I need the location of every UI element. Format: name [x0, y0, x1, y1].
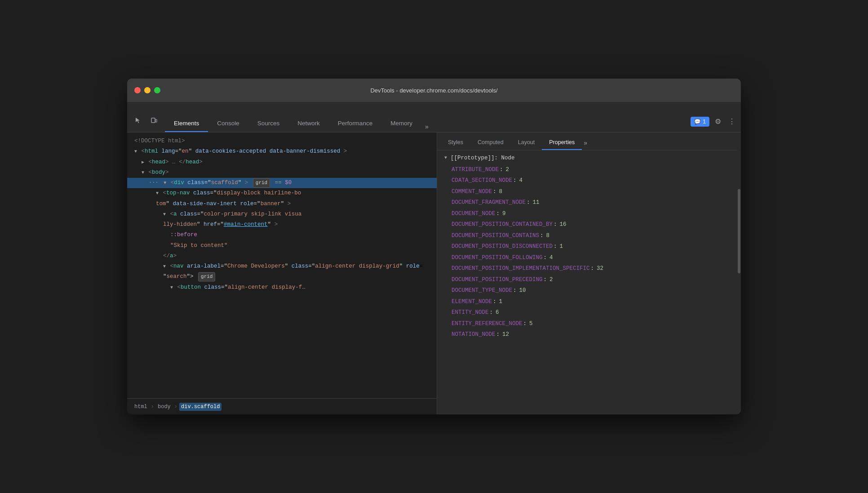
- expand-arrow[interactable]: ▼: [142, 170, 144, 175]
- expand-arrow[interactable]: ▼: [134, 149, 137, 154]
- dom-line-top-nav[interactable]: ▼ <top-nav class="display-block hairline…: [127, 188, 437, 198]
- svg-rect-0: [151, 118, 155, 123]
- tab-bar-right: 💬 1 ⚙ ⋮: [691, 115, 737, 132]
- device-toggle-icon[interactable]: [147, 113, 161, 128]
- tab-styles[interactable]: Styles: [441, 136, 470, 150]
- dom-line-skip-text[interactable]: "Skip to content": [127, 241, 437, 251]
- dom-panel: <!DOCTYPE html> ▼ <html lang="en" data-c…: [127, 132, 437, 414]
- dom-line-a-cont[interactable]: lly-hidden" href="#main-content" >: [127, 220, 437, 230]
- select-element-icon[interactable]: [131, 113, 145, 128]
- dom-line-html[interactable]: ▼ <html lang="en" data-cookies-accepted …: [127, 146, 437, 157]
- prop-attribute-node[interactable]: ATTRIBUTE_NODE : 2: [437, 164, 741, 176]
- dom-line-nav-cont[interactable]: "search"> grid: [127, 272, 437, 282]
- tab-layout[interactable]: Layout: [511, 136, 542, 150]
- prop-doc-node[interactable]: DOCUMENT_NODE : 9: [437, 208, 741, 220]
- prop-doc-pos-disconnected[interactable]: DOCUMENT_POSITION_DISCONNECTED : 1: [437, 241, 741, 252]
- prop-element-node[interactable]: ELEMENT_NODE : 1: [437, 296, 741, 308]
- dots-btn[interactable]: ···: [149, 180, 159, 186]
- dom-line-body[interactable]: ▼ <body>: [127, 167, 437, 178]
- main-content: <!DOCTYPE html> ▼ <html lang="en" data-c…: [127, 132, 741, 414]
- notification-count: 1: [703, 119, 706, 125]
- prop-cdata-section-node[interactable]: CDATA_SECTION_NODE : 4: [437, 175, 741, 186]
- breadcrumb-scaffold[interactable]: div.scaffold: [179, 403, 221, 411]
- expand-arrow[interactable]: ▼: [170, 285, 173, 290]
- prop-doc-pos-contains[interactable]: DOCUMENT_POSITION_CONTAINS : 8: [437, 230, 741, 242]
- settings-icon[interactable]: ⚙: [713, 115, 723, 128]
- expand-arrow[interactable]: ▼: [156, 191, 159, 196]
- more-tabs-button[interactable]: »: [421, 121, 432, 132]
- tab-properties[interactable]: Properties: [542, 136, 582, 150]
- svg-rect-1: [155, 119, 157, 122]
- tab-network[interactable]: Network: [288, 115, 329, 132]
- dom-line-scaffold[interactable]: ··· ▼ <div class="scaffold" > grid == $0: [127, 178, 437, 188]
- dom-line-a[interactable]: ▼ <a class="color-primary skip-link visu…: [127, 209, 437, 220]
- proto-label: [[Prototype]]: Node: [451, 153, 515, 163]
- grid-badge-2[interactable]: grid: [198, 272, 215, 282]
- tab-computed[interactable]: Computed: [470, 136, 511, 150]
- close-button[interactable]: [134, 87, 141, 93]
- grid-badge[interactable]: grid: [253, 178, 270, 188]
- dom-tree[interactable]: <!DOCTYPE html> ▼ <html lang="en" data-c…: [127, 132, 437, 398]
- notification-button[interactable]: 💬 1: [691, 117, 709, 127]
- dom-line-button[interactable]: ▼ <button class="align-center display-f…: [127, 282, 437, 293]
- prop-entity-ref-node[interactable]: ENTITY_REFERENCE_NODE : 5: [437, 318, 741, 330]
- prop-doc-pos-impl[interactable]: DOCUMENT_POSITION_IMPLEMENTATION_SPECIFI…: [437, 263, 741, 274]
- expand-arrow[interactable]: ▶: [142, 160, 144, 165]
- notification-icon: 💬: [694, 119, 701, 125]
- tab-performance[interactable]: Performance: [329, 115, 381, 132]
- tab-elements[interactable]: Elements: [165, 115, 208, 132]
- breadcrumb-html[interactable]: html: [133, 403, 149, 411]
- tab-bar: Elements Console Sources Network Perform…: [127, 102, 741, 132]
- dom-line-doctype[interactable]: <!DOCTYPE html>: [127, 136, 437, 146]
- panel-tabs: Styles Computed Layout Properties »: [437, 132, 741, 150]
- prop-notation-node[interactable]: NOTATION_NODE : 12: [437, 329, 741, 340]
- tab-memory[interactable]: Memory: [381, 115, 421, 132]
- expand-arrow[interactable]: ▼: [164, 180, 166, 185]
- prop-entity-node[interactable]: ENTITY_NODE : 6: [437, 307, 741, 318]
- dom-line-head[interactable]: ▶ <head> … </head>: [127, 157, 437, 167]
- devtools-window: DevTools - developer.chrome.com/docs/dev…: [127, 79, 741, 414]
- scrollbar-thumb[interactable]: [738, 189, 740, 273]
- prop-doc-type-node[interactable]: DOCUMENT_TYPE_NODE : 10: [437, 285, 741, 296]
- tab-console[interactable]: Console: [208, 115, 248, 132]
- dom-line-nav[interactable]: ▼ <nav aria-label="Chrome Developers" cl…: [127, 261, 437, 272]
- minimize-button[interactable]: [144, 87, 151, 93]
- right-panel: Styles Computed Layout Properties » ▼ [[…: [437, 132, 741, 414]
- prop-doc-pos-contained[interactable]: DOCUMENT_POSITION_CONTAINED_BY : 16: [437, 219, 741, 230]
- proto-section: ▼ [[Prototype]]: Node: [437, 152, 741, 164]
- prop-comment-node[interactable]: COMMENT_NODE : 8: [437, 186, 741, 198]
- properties-content[interactable]: ▼ [[Prototype]]: Node ATTRIBUTE_NODE : 2…: [437, 150, 741, 414]
- expand-arrow[interactable]: ▼: [163, 264, 166, 269]
- tool-icons: [131, 113, 161, 132]
- title-bar: DevTools - developer.chrome.com/docs/dev…: [127, 79, 741, 102]
- dom-line-a-close[interactable]: </a>: [127, 251, 437, 261]
- window-title: DevTools - developer.chrome.com/docs/dev…: [370, 87, 497, 94]
- dom-line-before[interactable]: ::before: [127, 230, 437, 240]
- breadcrumb-bar: html › body › div.scaffold: [127, 398, 437, 414]
- breadcrumb-body[interactable]: body: [156, 403, 173, 411]
- more-menu-icon[interactable]: ⋮: [726, 115, 737, 128]
- dom-line-top-nav-cont[interactable]: tom" data-side-nav-inert role="banner" >: [127, 199, 437, 209]
- tab-sources[interactable]: Sources: [248, 115, 289, 132]
- traffic-lights: [134, 87, 160, 93]
- prop-doc-pos-preceding[interactable]: DOCUMENT_POSITION_PRECEDING : 2: [437, 274, 741, 286]
- maximize-button[interactable]: [154, 87, 160, 93]
- more-panel-tabs[interactable]: »: [582, 136, 589, 150]
- expand-arrow[interactable]: ▼: [163, 212, 166, 217]
- section-arrow[interactable]: ▼: [444, 154, 447, 162]
- prop-doc-frag-node[interactable]: DOCUMENT_FRAGMENT_NODE : 11: [437, 197, 741, 208]
- scrollbar-track[interactable]: [737, 132, 741, 414]
- main-tabs: Elements Console Sources Network Perform…: [165, 115, 691, 132]
- prop-doc-pos-following[interactable]: DOCUMENT_POSITION_FOLLOWING : 4: [437, 252, 741, 264]
